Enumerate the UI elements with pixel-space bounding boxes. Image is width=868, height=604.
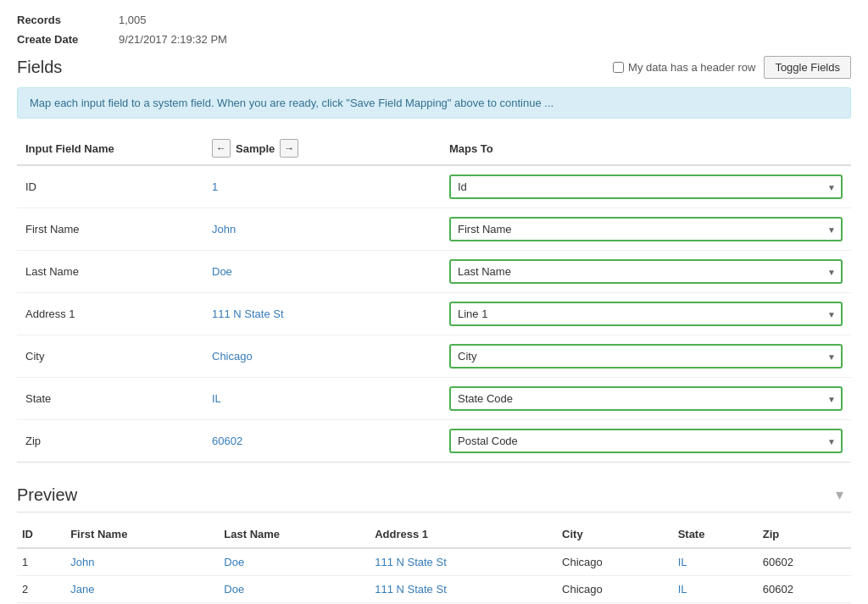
preview-table-cell: 1 — [17, 548, 65, 576]
preview-table-cell: Doe — [219, 548, 370, 576]
preview-col-header: Address 1 — [370, 521, 557, 548]
fields-table-header-row: Input Field Name ← Sample → Maps To — [17, 132, 851, 165]
header-controls: My data has a header row Toggle Fields — [613, 56, 851, 79]
maps-to-select-wrapper: Line 1 — [449, 302, 843, 326]
maps-to-select-wrapper: State Code — [449, 386, 843, 411]
sample-label: Sample — [236, 142, 275, 155]
preview-table-row: 1JohnDoe111 N State StChicagoIL60602 — [17, 548, 851, 576]
maps-to-select-wrapper: City — [449, 344, 843, 368]
field-maps-to-cell: Postal Code — [441, 420, 851, 463]
maps-to-select[interactable]: Id — [449, 175, 843, 199]
records-label: Records — [17, 14, 119, 26]
preview-header-tr: IDFirst NameLast NameAddress 1CityStateZ… — [17, 521, 851, 548]
toggle-fields-button[interactable]: Toggle Fields — [764, 56, 851, 79]
preview-title: Preview — [17, 485, 77, 505]
fields-header-row: Fields My data has a header row Toggle F… — [17, 56, 851, 79]
field-input-name: Zip — [17, 420, 203, 463]
fields-table-row: Address 1111 N State StLine 1 — [17, 293, 851, 335]
fields-table-row: CityChicagoCity — [17, 335, 851, 378]
preview-col-header: ID — [17, 521, 65, 548]
field-sample-value: 60602 — [203, 420, 441, 463]
create-date-label: Create Date — [17, 33, 119, 46]
field-sample-value: IL — [203, 378, 441, 420]
preview-col-header: Zip — [758, 521, 851, 548]
fields-table-row: First NameJohnFirst Name — [17, 208, 851, 251]
field-maps-to-cell: First Name — [441, 208, 851, 251]
fields-table-row: StateILState Code — [17, 378, 851, 420]
field-maps-to-cell: City — [441, 335, 851, 378]
fields-title: Fields — [17, 58, 62, 77]
maps-to-select[interactable]: Last Name — [449, 259, 843, 284]
preview-table-cell: Doe — [219, 576, 370, 603]
maps-to-select[interactable]: Postal Code — [449, 429, 843, 453]
fields-table-row: ID1Id — [17, 165, 851, 208]
field-maps-to-cell: Line 1 — [441, 293, 851, 335]
info-message: Map each input field to a system field. … — [30, 97, 554, 109]
preview-table-cell: IL — [673, 548, 758, 576]
sample-nav: ← Sample → — [212, 139, 432, 158]
maps-to-select[interactable]: City — [449, 344, 843, 368]
preview-table-cell: 60602 — [758, 576, 851, 603]
preview-table-cell: John — [65, 548, 219, 576]
preview-col-header: Last Name — [219, 521, 370, 548]
preview-table-cell: Chicago — [557, 548, 673, 576]
col-input-header: Input Field Name — [17, 132, 203, 165]
preview-table-cell: IL — [673, 576, 758, 603]
col-maps-header: Maps To — [441, 132, 851, 165]
field-sample-value: Chicago — [203, 335, 441, 378]
field-maps-to-cell: Last Name — [441, 251, 851, 293]
maps-to-select[interactable]: State Code — [449, 386, 843, 411]
field-input-name: Last Name — [17, 251, 203, 293]
preview-table-header: IDFirst NameLast NameAddress 1CityStateZ… — [17, 521, 851, 548]
preview-header-row: Preview ▾ — [17, 483, 851, 513]
meta-section: Records 1,005 Create Date 9/21/2017 2:19… — [17, 14, 851, 46]
field-sample-value: 1 — [203, 165, 441, 208]
preview-table-cell: 111 N State St — [370, 576, 557, 603]
preview-col-header: City — [557, 521, 673, 548]
fields-table-row: Last NameDoeLast Name — [17, 251, 851, 293]
preview-col-header: State — [673, 521, 758, 548]
preview-table-cell: 60602 — [758, 548, 851, 576]
field-sample-value: 111 N State St — [203, 293, 441, 335]
info-banner: Map each input field to a system field. … — [17, 87, 851, 119]
preview-col-header: First Name — [65, 521, 219, 548]
header-row-label-text: My data has a header row — [628, 61, 755, 74]
field-input-name: State — [17, 378, 203, 420]
maps-to-select[interactable]: First Name — [449, 217, 843, 241]
create-date-row: Create Date 9/21/2017 2:19:32 PM — [17, 33, 851, 46]
records-value: 1,005 — [119, 14, 147, 26]
header-row-checkbox[interactable] — [613, 62, 624, 73]
field-maps-to-cell: Id — [441, 165, 851, 208]
field-input-name: ID — [17, 165, 203, 208]
preview-section: Preview ▾ IDFirst NameLast NameAddress 1… — [17, 483, 851, 603]
maps-to-select-wrapper: Last Name — [449, 259, 843, 284]
maps-to-select-wrapper: Postal Code — [449, 429, 843, 453]
sample-next-button[interactable]: → — [280, 139, 298, 158]
fields-table: Input Field Name ← Sample → Maps To ID1I… — [17, 132, 851, 463]
col-sample-header: ← Sample → — [203, 132, 441, 165]
preview-table-cell: 111 N State St — [370, 548, 557, 576]
fields-table-row: Zip60602Postal Code — [17, 420, 851, 463]
maps-to-select-wrapper: First Name — [449, 217, 843, 241]
maps-to-select-wrapper: Id — [449, 175, 843, 199]
field-input-name: City — [17, 335, 203, 378]
preview-collapse-icon[interactable]: ▾ — [827, 483, 851, 507]
preview-table-cell: 2 — [17, 576, 65, 603]
create-date-value: 9/21/2017 2:19:32 PM — [119, 33, 227, 46]
field-input-name: First Name — [17, 208, 203, 251]
preview-table-body: 1JohnDoe111 N State StChicagoIL606022Jan… — [17, 548, 851, 603]
field-sample-value: Doe — [203, 251, 441, 293]
field-sample-value: John — [203, 208, 441, 251]
header-row-checkbox-label[interactable]: My data has a header row — [613, 61, 755, 74]
sample-prev-button[interactable]: ← — [212, 139, 231, 158]
field-maps-to-cell: State Code — [441, 378, 851, 420]
maps-to-select[interactable]: Line 1 — [449, 302, 843, 326]
fields-table-body: ID1IdFirst NameJohnFirst NameLast NameDo… — [17, 165, 851, 463]
field-input-name: Address 1 — [17, 293, 203, 335]
records-row: Records 1,005 — [17, 14, 851, 26]
preview-table: IDFirst NameLast NameAddress 1CityStateZ… — [17, 521, 851, 603]
preview-table-cell: Chicago — [557, 576, 673, 603]
preview-table-row: 2JaneDoe111 N State StChicagoIL60602 — [17, 576, 851, 603]
preview-table-cell: Jane — [65, 576, 219, 603]
